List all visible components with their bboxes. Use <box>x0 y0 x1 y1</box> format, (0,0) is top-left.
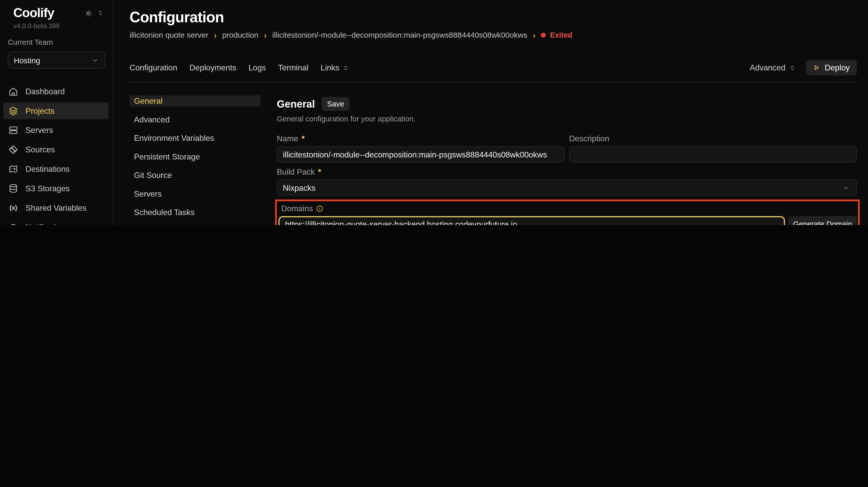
database-icon <box>8 183 18 193</box>
status-dot-icon <box>541 32 546 37</box>
name-field-group: Name* <box>277 134 565 162</box>
build-pack-select[interactable]: Nixpacks <box>277 179 857 196</box>
tabs-divider <box>130 82 857 82</box>
description-label: Description <box>569 134 857 143</box>
subnav-item-servers[interactable]: Servers <box>130 188 261 199</box>
sidebar-item-label: Dashboard <box>26 87 65 96</box>
tab-label: Links <box>321 63 339 72</box>
chevrons-up-down-icon <box>342 64 349 71</box>
team-select[interactable]: Hosting <box>8 52 105 68</box>
domains-row: Generate Domain <box>279 216 857 225</box>
domains-annotation-highlight: Domains Generate Domain <box>275 199 860 225</box>
subnav-item-persistent-storage[interactable]: Persistent Storage <box>130 151 261 162</box>
tab-label: Terminal <box>278 63 308 72</box>
sidebar-item-label: Shared Variables <box>26 203 87 212</box>
current-team-label: Current Team <box>8 38 105 46</box>
server-icon <box>8 125 18 135</box>
section-header: General Save <box>277 97 857 111</box>
header-actions: Advanced Deploy <box>750 60 857 76</box>
tab-deployments[interactable]: Deployments <box>189 63 236 72</box>
name-label: Name* <box>277 134 565 143</box>
required-asterisk: * <box>302 134 305 143</box>
sidebar-item-label: Notifications <box>26 223 69 225</box>
configuration-subnav: GeneralAdvancedEnvironment VariablesPers… <box>130 95 261 225</box>
name-description-row: Name* Description <box>277 134 857 162</box>
sidebar-item-notifications[interactable]: Notifications <box>3 219 108 225</box>
sidebar-item-shared-variables[interactable]: (x)Shared Variables <box>3 199 108 216</box>
current-team-block: Current Team Hosting <box>8 38 105 68</box>
description-field-group: Description <box>569 134 857 162</box>
sidebar-item-destinations[interactable]: Destinations <box>3 161 108 177</box>
sidebar-item-label: Sources <box>26 145 55 154</box>
main-content: Configuration illicitonion quote server … <box>114 0 868 225</box>
status-badge: Exited <box>541 31 572 39</box>
advanced-dropdown[interactable]: Advanced <box>750 63 796 72</box>
status-label: Exited <box>550 31 572 39</box>
chevron-down-icon <box>91 56 99 64</box>
sidebar-item-label: S3 Storages <box>26 184 70 193</box>
breadcrumb-chevron-icon: › <box>264 31 267 39</box>
breadcrumb-application[interactable]: illicitestonion/-module--decomposition:m… <box>272 30 527 39</box>
brand-row: Coolify <box>0 6 113 21</box>
label-text: Name <box>277 134 298 143</box>
theme-chevrons-icon[interactable] <box>97 9 104 17</box>
subnav-item-git-source[interactable]: Git Source <box>130 170 261 180</box>
sidebar-item-dashboard[interactable]: Dashboard <box>3 83 108 99</box>
sidebar-item-label: Servers <box>26 125 53 135</box>
play-icon <box>813 64 820 71</box>
build-pack-group: Build Pack* Nixpacks <box>277 168 857 196</box>
subnav-item-advanced[interactable]: Advanced <box>130 114 261 125</box>
sidebar-item-projects[interactable]: Projects <box>3 102 108 119</box>
sidebar-item-label: Projects <box>26 106 55 115</box>
section-subtitle: General configuration for your applicati… <box>277 115 857 123</box>
tab-logs[interactable]: Logs <box>249 63 266 72</box>
page-title: Configuration <box>130 9 857 26</box>
bell-icon <box>8 222 18 225</box>
app-logo: Coolify <box>13 6 54 21</box>
chevron-down-icon <box>842 184 849 192</box>
subnav-item-environment-variables[interactable]: Environment Variables <box>130 133 261 143</box>
layers-icon <box>8 106 18 115</box>
tab-label: Deployments <box>189 63 236 72</box>
required-asterisk: * <box>318 168 321 176</box>
subnav-item-general[interactable]: General <box>130 95 261 106</box>
breadcrumb-environment[interactable]: production <box>222 30 258 39</box>
team-select-value: Hosting <box>14 56 40 65</box>
subnav-item-scheduled-tasks[interactable]: Scheduled Tasks <box>130 207 261 218</box>
home-icon <box>8 86 18 96</box>
tab-links[interactable]: Links <box>321 63 349 72</box>
save-button[interactable]: Save <box>321 97 350 111</box>
coolify-app: Coolify v4.0.0-beta.399 Current Team Hos… <box>0 0 868 225</box>
tab-label: Logs <box>249 63 266 72</box>
generate-domain-button[interactable]: Generate Domain <box>788 216 857 225</box>
label-text: Domains <box>281 204 313 213</box>
name-input[interactable] <box>277 146 565 162</box>
domains-input[interactable] <box>279 216 785 225</box>
tab-terminal[interactable]: Terminal <box>278 63 308 72</box>
section-title: General <box>277 98 315 110</box>
deploy-label: Deploy <box>825 63 850 72</box>
sidebar-item-s3-storages[interactable]: S3 Storages <box>3 180 108 196</box>
domains-label: Domains <box>281 204 857 213</box>
map-icon <box>8 164 18 174</box>
info-icon[interactable] <box>316 205 323 212</box>
breadcrumb-chevron-icon: › <box>533 31 535 39</box>
sun-icon[interactable] <box>84 9 93 18</box>
breadcrumb: illicitonion quote server › production ›… <box>130 30 857 39</box>
general-form: General Save General configuration for y… <box>277 97 857 225</box>
configuration-content: GeneralAdvancedEnvironment VariablesPers… <box>130 95 857 225</box>
sidebar-item-label: Destinations <box>26 164 70 173</box>
tab-configuration[interactable]: Configuration <box>130 63 178 72</box>
breadcrumb-project[interactable]: illicitonion quote server <box>130 30 209 39</box>
sidebar-nav: DashboardProjectsServersSourcesDestinati… <box>0 81 113 225</box>
sidebar-item-servers[interactable]: Servers <box>3 122 108 138</box>
sidebar-item-sources[interactable]: Sources <box>3 141 108 158</box>
app-version: v4.0.0-beta.399 <box>0 22 113 30</box>
label-text: Description <box>569 134 609 143</box>
build-pack-label: Build Pack* <box>277 168 857 176</box>
build-pack-value: Nixpacks <box>283 183 315 192</box>
chevrons-up-down-icon <box>789 64 796 71</box>
deploy-button[interactable]: Deploy <box>806 60 857 76</box>
tabs-row: Configuration Deployments Logs Terminal … <box>130 60 857 76</box>
description-input[interactable] <box>569 146 857 162</box>
